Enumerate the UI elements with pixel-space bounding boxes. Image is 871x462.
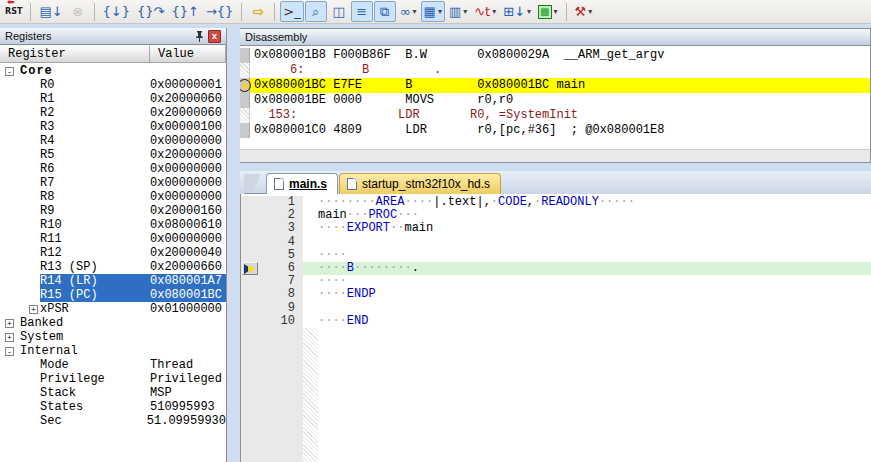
dropdown-arrow-icon[interactable]: ▾ [554, 7, 558, 16]
dropdown-arrow-icon[interactable]: ▾ [438, 7, 442, 16]
disassembly-line[interactable]: 0x080001B8 F000B86F B.W 0x0800029A __ARM… [240, 48, 870, 63]
dropdown-arrow-icon[interactable]: ▾ [413, 7, 417, 16]
editor-code-text[interactable]: ····ENDP [303, 288, 871, 301]
register-row-r0[interactable]: R00x00000001 [0, 78, 226, 92]
registers-window-button[interactable]: ≡ [351, 1, 373, 22]
command-window-button[interactable]: >_ [280, 1, 303, 22]
call-stack-window-button[interactable]: ⧉ [374, 1, 396, 22]
editor-margin[interactable] [241, 236, 259, 249]
editor-margin[interactable] [241, 302, 259, 315]
disassembly-line[interactable]: 6: B . [240, 63, 870, 78]
disassembly-line[interactable]: 0x080001C0 4809 LDR r0,[pc,#36] ; @0x080… [240, 123, 870, 138]
tab-startup-stm32f10x-hd-s[interactable]: startup_stm32f10x_hd.s [339, 173, 501, 194]
register-row-r15-pc[interactable]: R15 (PC)0x080001BC [0, 288, 226, 302]
editor-line-8[interactable]: 8····ENDP [241, 288, 871, 301]
tree-expander[interactable]: + [0, 319, 20, 328]
editor-margin[interactable] [241, 249, 259, 262]
register-row-r13-sp[interactable]: R13 (SP)0x20000660 [0, 260, 226, 274]
register-row-states[interactable]: States510995993 [0, 400, 226, 414]
disassembly-gutter[interactable] [240, 63, 250, 78]
register-row-privilege[interactable]: PrivilegePrivileged [0, 372, 226, 386]
editor-code-text[interactable]: ····EXPORT··main [303, 222, 871, 235]
value-column-header[interactable]: Value [150, 45, 226, 63]
pin-icon[interactable] [193, 30, 206, 43]
serial-window-button[interactable]: ▥▾ [446, 1, 470, 22]
symbol-window-button[interactable]: ◫ [328, 1, 350, 22]
system-viewer-button[interactable]: ▩▾ [535, 1, 560, 22]
editor-margin[interactable] [241, 222, 259, 235]
run-to-cursor-button[interactable]: →{} [203, 1, 236, 22]
step-over-button[interactable]: {}↷ [134, 1, 167, 22]
toolbox-button[interactable]: ⊞↓▾ [500, 1, 534, 22]
disassembly-window-button[interactable]: ⌕ [305, 1, 327, 22]
register-row-r11[interactable]: R110x00000000 [0, 232, 226, 246]
collapse-icon[interactable]: - [5, 67, 14, 76]
run-button[interactable]: ▤↓ [36, 1, 65, 22]
editor-line-10[interactable]: 10····END [241, 315, 871, 328]
register-row-r2[interactable]: R20x20000060 [0, 106, 226, 120]
debug-tools-button[interactable]: ⚒▾ [572, 1, 596, 22]
editor-margin[interactable] [241, 275, 259, 288]
dropdown-arrow-icon[interactable]: ▾ [463, 7, 467, 16]
expand-icon[interactable]: + [5, 319, 14, 328]
register-column-header[interactable]: Register [0, 45, 150, 63]
show-next-statement-button[interactable]: ⇨ [247, 1, 269, 22]
memory-window-button[interactable]: ▦▾ [421, 1, 445, 22]
register-row-stack[interactable]: StackMSP [0, 386, 226, 400]
register-row-mode[interactable]: ModeThread [0, 358, 226, 372]
register-row-system[interactable]: +System [0, 330, 226, 344]
disassembly-line[interactable]: 0x080001BC E7FE B 0x080001BC main [240, 78, 870, 93]
register-row-r14-lr[interactable]: R14 (LR)0x080001A7 [0, 274, 226, 288]
tree-expander[interactable]: + [0, 333, 20, 342]
register-row-r7[interactable]: R70x00000000 [0, 176, 226, 190]
collapse-icon[interactable]: - [5, 347, 14, 356]
disassembly-gutter[interactable] [240, 78, 250, 93]
dropdown-arrow-icon[interactable]: ▾ [588, 7, 592, 16]
editor-code-text[interactable]: ···· [303, 275, 871, 288]
editor-margin[interactable] [241, 315, 259, 328]
close-icon[interactable]: x [208, 30, 221, 43]
expand-icon[interactable]: + [29, 305, 38, 314]
editor-margin[interactable] [241, 196, 259, 209]
register-row-core[interactable]: -Core [0, 64, 226, 78]
step-button[interactable]: {↓} [100, 1, 133, 22]
tree-expander[interactable]: - [0, 67, 20, 76]
editor-margin[interactable] [241, 262, 259, 275]
disassembly-gutter[interactable] [240, 108, 250, 123]
register-row-r10[interactable]: R100x08000610 [0, 218, 226, 232]
editor-code-text[interactable]: ····B········. [303, 262, 871, 275]
analysis-window-button[interactable]: ∿t▾ [471, 1, 499, 22]
disassembly-scroll-area[interactable] [240, 149, 870, 162]
tab-main-s[interactable]: main.s [266, 173, 338, 194]
register-row-r9[interactable]: R90x20000160 [0, 204, 226, 218]
register-row-r4[interactable]: R40x00000000 [0, 134, 226, 148]
register-row-r12[interactable]: R120x20000040 [0, 246, 226, 260]
register-row-r8[interactable]: R80x00000000 [0, 190, 226, 204]
register-row-sec[interactable]: Sec51.09959930 [0, 414, 226, 428]
editor-main-s[interactable]: 1········AREA····|.text|,·CODE,·READONLY… [240, 194, 871, 462]
register-row-r5[interactable]: R50x20000000 [0, 148, 226, 162]
disassembly-gutter[interactable] [240, 93, 250, 108]
disassembly-code[interactable]: 0x080001B8 F000B86F B.W 0x0800029A __ARM… [240, 46, 870, 149]
register-row-r3[interactable]: R30x00000100 [0, 120, 226, 134]
disassembly-line[interactable]: 0x080001BE 0000 MOVS r0,r0 [240, 93, 870, 108]
vertical-splitter[interactable] [227, 28, 240, 462]
editor-code-text[interactable] [303, 302, 871, 315]
dropdown-arrow-icon[interactable]: ▾ [492, 7, 496, 16]
tree-expander[interactable]: + [0, 305, 40, 314]
editor-line-3[interactable]: 3····EXPORT··main [241, 222, 871, 235]
register-row-r6[interactable]: R60x00000000 [0, 162, 226, 176]
register-row-r1[interactable]: R10x20000060 [0, 92, 226, 106]
editor-margin[interactable] [241, 288, 259, 301]
editor-code-text[interactable]: ····END [303, 315, 871, 328]
disassembly-gutter[interactable] [240, 48, 250, 63]
stop-button[interactable]: ⊗ [67, 1, 89, 22]
reset-button[interactable]: RST [2, 1, 25, 22]
register-row-internal[interactable]: -Internal [0, 344, 226, 358]
horizontal-splitter[interactable] [240, 163, 871, 171]
tree-expander[interactable]: - [0, 347, 20, 356]
step-out-button[interactable]: {}↑ [168, 1, 201, 22]
editor-code-text[interactable] [303, 236, 871, 249]
editor-margin[interactable] [241, 209, 259, 222]
register-row-banked[interactable]: +Banked [0, 316, 226, 330]
